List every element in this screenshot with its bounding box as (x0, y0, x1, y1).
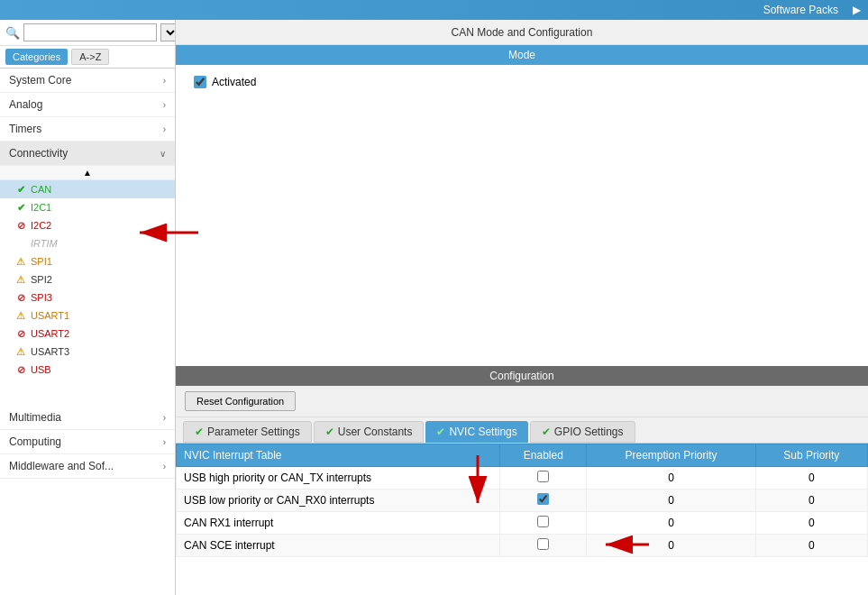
nvic-table: NVIC Interrupt Table Enabled Preemption … (176, 444, 868, 557)
nvic-row-sub: 0 (755, 535, 867, 557)
sidebar-item-usart3[interactable]: ⚠ USART3 (0, 343, 175, 361)
reset-configuration-button[interactable]: Reset Configuration (185, 391, 296, 411)
nvic-col-sub: Sub Priority (755, 444, 867, 467)
i2c1-label: I2C1 (31, 202, 51, 213)
sidebar-item-multimedia[interactable]: Multimedia › (0, 406, 175, 430)
mode-content: Activated (176, 65, 868, 137)
sidebar: 🔍 ▼ ⚙ Categories A->Z System Core › A (0, 20, 176, 595)
analog-label: Analog (9, 98, 42, 111)
irtim-label: IRTIM (31, 238, 58, 249)
tab-gpio-settings[interactable]: ✔ GPIO Settings (530, 421, 635, 443)
table-row: USB low priority or CAN_RX0 interrupts00 (177, 490, 868, 512)
sidebar-item-middleware[interactable]: Middleware and Sof... › (0, 454, 175, 479)
table-row: CAN SCE interrupt00 (177, 535, 868, 557)
config-label: Configuration (489, 370, 553, 382)
usart3-label: USART3 (31, 346, 69, 357)
chevron-right-icon: › (163, 462, 166, 471)
nvic-row-sub: 0 (755, 467, 867, 490)
spi3-label: SPI3 (31, 292, 52, 303)
nvic-row-enabled (500, 512, 587, 535)
sidebar-item-usart1[interactable]: ⚠ USART1 (0, 307, 175, 325)
top-bar: Software Packs ▶ (0, 0, 868, 20)
spi2-label: SPI2 (31, 274, 52, 285)
tab-parameter-settings[interactable]: ✔ Parameter Settings (183, 421, 312, 443)
enabled-checkbox[interactable] (537, 538, 549, 550)
configuration-section: Configuration Reset Configuration ✔ Para… (176, 366, 868, 595)
sidebar-item-usb[interactable]: ⊘ USB (0, 361, 175, 379)
pin-icon[interactable]: ▶ (853, 4, 861, 16)
sidebar-item-system-core[interactable]: System Core › (0, 69, 175, 93)
none-icon (14, 237, 27, 250)
search-input[interactable] (23, 23, 157, 41)
sidebar-item-spi1[interactable]: ⚠ SPI1 (0, 252, 175, 270)
nvic-col-name: NVIC Interrupt Table (177, 444, 500, 467)
connectivity-label: Connectivity (9, 147, 68, 160)
sidebar-item-can[interactable]: ✔ CAN (0, 180, 175, 198)
nvic-row-preemption: 0 (587, 467, 755, 490)
tab-nvic-settings[interactable]: ✔ NVIC Settings (425, 421, 527, 443)
enabled-checkbox[interactable] (537, 471, 549, 482)
tab-nvic-label: NVIC Settings (449, 426, 516, 438)
software-packs-label: Software Packs (763, 4, 838, 16)
computing-label: Computing (9, 435, 61, 448)
sidebar-item-spi3[interactable]: ⊘ SPI3 (0, 288, 175, 307)
chevron-right-icon: › (163, 124, 166, 134)
nvic-row-name: USB low priority or CAN_RX0 interrupts (177, 490, 500, 512)
usb-label: USB (31, 364, 51, 375)
warn-icon: ⚠ (14, 255, 27, 268)
sidebar-list: System Core › Analog › Timers › Connecti… (0, 69, 175, 595)
mode-section-header: Mode (176, 45, 868, 65)
sidebar-item-connectivity[interactable]: Connectivity ∨ (0, 142, 175, 166)
config-header: Configuration (176, 366, 868, 386)
nvic-col-enabled: Enabled (500, 444, 587, 467)
chevron-right-icon: › (163, 76, 166, 86)
sidebar-item-i2c2[interactable]: ⊘ I2C2 (0, 216, 175, 234)
content-area: CAN Mode and Configuration Mode Activate… (176, 20, 868, 595)
config-tabs: ✔ Parameter Settings ✔ User Constants ✔ … (176, 417, 868, 444)
enabled-checkbox[interactable] (537, 516, 549, 527)
nvic-row-name: CAN RX1 interrupt (177, 512, 500, 535)
scroll-up-button[interactable]: ▲ (0, 166, 175, 180)
sidebar-item-usart2[interactable]: ⊘ USART2 (0, 325, 175, 343)
tab-parameter-label: Parameter Settings (207, 426, 300, 438)
nvic-row-preemption: 0 (587, 490, 755, 512)
sidebar-item-timers[interactable]: Timers › (0, 117, 175, 142)
sidebar-tabs: Categories A->Z (0, 46, 175, 69)
sidebar-item-computing[interactable]: Computing › (0, 430, 175, 454)
tab-gpio-label: GPIO Settings (554, 426, 624, 438)
check-icon: ✔ (195, 426, 204, 438)
circle-slash-icon: ⊘ (14, 327, 27, 340)
search-icon: 🔍 (5, 26, 20, 40)
nvic-row-sub: 0 (755, 512, 867, 535)
mode-spacer (176, 137, 868, 366)
tab-user-constants[interactable]: ✔ User Constants (314, 421, 425, 443)
tab-categories[interactable]: Categories (5, 49, 68, 65)
content-header: CAN Mode and Configuration (176, 20, 868, 45)
sidebar-item-i2c1[interactable]: ✔ I2C1 (0, 198, 175, 216)
page-title: CAN Mode and Configuration (452, 26, 593, 39)
up-arrow-icon: ▲ (83, 168, 92, 178)
enabled-checkbox[interactable] (537, 493, 549, 505)
warn-icon: ⚠ (14, 345, 27, 358)
sidebar-item-irtim[interactable]: IRTIM (0, 234, 175, 252)
chevron-right-icon: › (163, 100, 166, 110)
table-row: USB high priority or CAN_TX interrupts00 (177, 467, 868, 490)
sidebar-item-analog[interactable]: Analog › (0, 93, 175, 117)
nvic-row-name: USB high priority or CAN_TX interrupts (177, 467, 500, 490)
sidebar-search-area: 🔍 ▼ ⚙ (0, 20, 175, 46)
check-icon: ✔ (542, 426, 551, 438)
chevron-right-icon: › (163, 437, 166, 447)
mode-label: Mode (508, 49, 535, 61)
spi1-label: SPI1 (31, 256, 52, 267)
sidebar-item-spi2[interactable]: ⚠ SPI2 (0, 270, 175, 288)
tab-az[interactable]: A->Z (71, 49, 109, 65)
circle-slash-icon: ⊘ (14, 219, 27, 232)
activated-checkbox[interactable] (194, 76, 206, 88)
usart2-label: USART2 (31, 328, 69, 339)
spacer (0, 379, 175, 406)
search-dropdown[interactable]: ▼ (160, 23, 176, 41)
system-core-label: System Core (9, 74, 71, 87)
nvic-row-enabled (500, 490, 587, 512)
chevron-down-icon: ∨ (160, 149, 166, 159)
nvic-row-enabled (500, 467, 587, 490)
